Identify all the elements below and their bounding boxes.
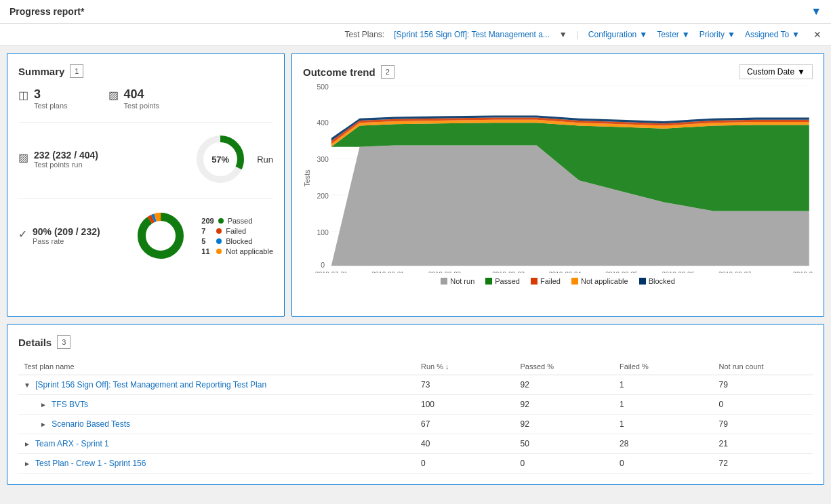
plan-name[interactable]: [Sprint 156 Sign Off]: Test Management a… [35,380,266,390]
failed-square [531,278,538,285]
notrun-cell: 79 [714,375,813,395]
summary-stats: ◫ 3 Test plans ▨ 404 Test points [18,87,273,263]
run-ring-chart: 57% [193,132,247,186]
pass-legend: 209 Passed 7 Failed 5 [201,217,273,255]
not-applicable-dot [216,249,222,254]
summary-number: 1 [70,64,83,78]
notrun-cell: 79 [714,415,813,434]
passed-cell: 92 [515,415,615,434]
not-run-legend-label: Not run [450,277,474,285]
run-cell: 40 [416,434,515,454]
chevron-config-icon: ▼ [639,30,647,39]
outcome-chart: 500 400 300 200 100 0 Tests [303,83,813,273]
notrun-cell: 72 [714,454,813,474]
plan-name[interactable]: Scenario Based Tests [52,419,130,429]
not-applicable-square [571,278,578,285]
filter-priority[interactable]: Priority ▼ [700,30,735,39]
passed-cell: 0 [515,454,615,474]
test-points-run-stat: ▨ 232 (232 / 404) Test points run [18,150,98,169]
expand-icon[interactable]: ► [40,421,47,428]
priority-label: Priority [700,30,725,39]
plan-name-cell: ► Scenario Based Tests [18,415,416,434]
close-filter-button[interactable]: ✕ [813,29,822,40]
header-row: Test plan name Run % ↓ Passed % Failed %… [18,358,813,375]
filter-configuration[interactable]: Configuration ▼ [588,30,647,39]
table-row: ▼ [Sprint 156 Sign Off]: Test Management… [18,375,813,395]
notrun-cell: 21 [714,434,813,454]
svg-text:0: 0 [321,261,325,269]
chevron-testplans-icon[interactable]: ▼ [559,30,567,39]
collapse-icon[interactable]: ▼ [24,381,31,389]
svg-text:2019-07-31: 2019-07-31 [315,270,348,273]
chart-legend: Not run Passed Failed Not applicable Blo… [303,277,813,285]
summary-header: Summary 1 [18,64,273,78]
svg-text:500: 500 [317,83,329,91]
not-applicable-legend-label: Not applicable [581,277,628,285]
svg-text:300: 300 [317,155,329,163]
app-bar: Progress report* ▼ [0,0,831,24]
svg-text:2019-08-02: 2019-08-02 [428,270,461,273]
details-header: Details 3 [18,335,813,349]
summary-title: Summary [18,66,64,77]
plan-name[interactable]: Team ARX - Sprint 1 [35,439,109,448]
svg-text:200: 200 [317,192,329,200]
notrun-cell: 0 [714,395,813,415]
table-header: Test plan name Run % ↓ Passed % Failed %… [18,358,813,375]
expand-icon[interactable]: ► [40,401,47,408]
test-points-label: Test points [124,102,160,110]
legend-passed: 209 Passed [201,217,273,225]
plan-name[interactable]: Test Plan - Crew 1 - Sprint 156 [35,459,146,468]
custom-date-button[interactable]: Custom Date ▼ [739,64,813,79]
test-points-count: 404 [124,87,160,102]
svg-point-3 [142,217,180,255]
filter-icon[interactable]: ▼ [811,5,822,18]
main-content: Summary 1 ◫ 3 Test plans ▨ [0,46,831,492]
run-cell: 100 [416,395,515,415]
legend-not-applicable: 11 Not applicable [201,247,273,255]
filter-tester[interactable]: Tester ▼ [657,30,690,39]
svg-text:400: 400 [317,119,329,127]
table-row: ► Team ARX - Sprint 1 40 50 28 21 [18,434,813,454]
app-title: Progress report* [9,6,84,17]
top-row: Summary 1 ◫ 3 Test plans ▨ [7,53,824,317]
blocked-dot [216,238,222,244]
test-plans-label: Test plans [34,102,68,110]
details-number: 3 [57,335,70,349]
expand-icon[interactable]: ► [24,460,31,467]
stat-row-1: ◫ 3 Test plans ▨ 404 Test points [18,87,273,110]
test-points-icon: ▨ [108,89,119,102]
svg-text:Tests: Tests [304,169,312,186]
passed-square [485,278,492,285]
details-table: Test plan name Run % ↓ Passed % Failed %… [18,358,813,474]
legend-not-run: Not run [441,277,474,285]
stat-row-2: ▨ 232 (232 / 404) Test points run [18,122,273,186]
pass-rate-stat: ✓ 90% (209 / 232) Pass rate [18,226,100,245]
legend-blocked: 5 Blocked [201,237,273,245]
failed-cell: 1 [614,395,714,415]
failed-cell: 28 [614,434,714,454]
blocked-square [639,278,646,285]
filter-bar: Test Plans: [Sprint 156 Sign Off]: Test … [0,24,831,46]
details-title: Details [18,337,52,348]
failed-cell: 1 [614,375,714,395]
plan-name-cell: ► Test Plan - Crew 1 - Sprint 156 [18,454,416,474]
chevron-priority-icon: ▼ [727,30,735,39]
col-header-notrun: Not run count [714,358,813,375]
plan-name[interactable]: TFS BVTs [52,400,88,409]
pass-donut-chart [134,209,188,263]
svg-text:2019-08-05: 2019-08-05 [605,270,638,273]
col-header-fail: Failed % [614,358,714,375]
svg-text:2019-08-06: 2019-08-06 [662,270,695,273]
test-plans-value[interactable]: [Sprint 156 Sign Off]: Test Management a… [394,30,550,39]
col-header-run[interactable]: Run % ↓ [416,358,515,375]
plan-name-cell: ► TFS BVTs [18,395,416,415]
expand-icon[interactable]: ► [24,440,31,448]
filter-assigned-to[interactable]: Assigned To ▼ [745,30,800,39]
chevron-date-icon: ▼ [797,67,805,77]
run-text: Run [257,154,273,165]
passed-legend-label: Passed [495,277,520,285]
col-header-name: Test plan name [18,358,416,375]
test-plans-label: Test Plans: [344,30,384,39]
legend-blocked-chart: Blocked [639,277,675,285]
failed-legend-label: Failed [540,277,561,285]
